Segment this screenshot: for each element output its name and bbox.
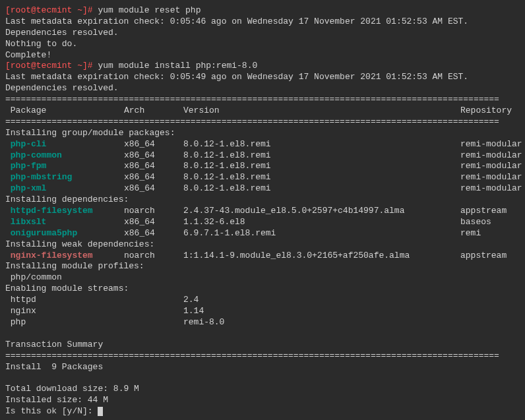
package-repo: appstream [460,206,507,217]
transaction-summary: Transaction Summary [5,340,520,351]
deps-resolved-line: Dependencies resolved. [5,28,520,39]
package-name: libxslt [5,217,124,228]
package-arch: x86_64 [124,183,183,195]
section-dependencies: Installing dependencies: [5,195,520,206]
package-row: oniguruma5phpx86_646.9.7.1-1.el8.remirem… [5,228,520,239]
confirm-text: Is this ok [y/N]: [5,406,98,416]
package-arch: x86_64 [124,139,183,150]
section-weak-deps: Installing weak dependencies: [5,239,520,251]
package-row: php-xmlx86_648.0.12-1.el8.remiremi-modul… [5,183,520,195]
prompt-line-2: [root@tecmint ~]# yum module install php… [5,61,520,72]
metadata-line-2: Last metadata expiration check: 0:05:49 … [5,72,520,83]
package-name: php-cli [5,139,124,150]
separator: ========================================… [5,351,520,362]
package-name: php-common [5,150,124,162]
header-repository: Repository [460,105,512,117]
package-version: 8.0.12-1.el8.remi [183,139,460,150]
package-row: httpd-filesystemnoarch2.4.37-43.module_e… [5,206,520,217]
package-row: libxsltx86_641.1.32-6.el8baseos [5,217,520,228]
nothing-line: Nothing to do. [5,39,520,50]
package-version: 8.0.12-1.el8.remi [183,183,460,195]
package-repo: remi-modular [460,150,522,162]
stream-name: httpd [5,295,124,306]
installed-size: Installed size: 44 M [5,395,520,406]
stream-name: nginx [5,306,124,317]
package-repo: remi [460,228,481,239]
package-version: 2.4.37-43.module_el8.5.0+2597+c4b14997.a… [183,206,460,217]
table-header: PackageArchVersionRepository [5,105,520,117]
stream-row: phpremi-8.0 [5,317,520,328]
package-version: 8.0.12-1.el8.remi [183,150,460,162]
prompt-user-host: [root@tecmint ~]# [5,61,98,71]
separator: ========================================… [5,117,520,128]
package-row: nginx-filesystemnoarch1:1.14.1-9.module_… [5,251,520,262]
section-module-profiles: Installing module profiles: [5,261,520,272]
stream-version: 2.4 [183,295,460,306]
package-row: php-commonx86_648.0.12-1.el8.remiremi-mo… [5,150,520,162]
prompt-user-host: [root@tecmint ~]# [5,5,98,15]
stream-version: remi-8.0 [183,317,460,328]
package-version: 1.1.32-6.el8 [183,217,460,228]
package-name: php-mbstring [5,172,124,183]
package-repo: remi-modular [460,139,522,150]
package-repo: appstream [460,251,507,262]
blank-line [5,328,520,340]
package-row: php-fpmx86_648.0.12-1.el8.remiremi-modul… [5,161,520,172]
separator: ========================================… [5,94,520,105]
package-name: php-xml [5,183,124,195]
package-arch: noarch [124,251,183,262]
confirm-prompt[interactable]: Is this ok [y/N]: [5,406,520,417]
package-repo: remi-modular [460,172,522,183]
package-arch: x86_64 [124,161,183,172]
package-name: oniguruma5php [5,228,124,239]
package-arch: x86_64 [124,150,183,162]
package-arch: x86_64 [124,217,183,228]
install-count: Install 9 Packages [5,362,520,373]
package-arch: x86_64 [124,228,183,239]
profile-line: php/common [5,272,520,284]
package-version: 8.0.12-1.el8.remi [183,172,460,183]
command-text: yum module install php:remi-8.0 [98,61,257,71]
package-version: 6.9.7.1-1.el8.remi [183,228,460,239]
complete-line: Complete! [5,50,520,61]
package-name: httpd-filesystem [5,206,124,217]
deps-resolved-line-2: Dependencies resolved. [5,83,520,94]
package-arch: x86_64 [124,172,183,183]
package-repo: baseos [460,217,491,228]
cursor-icon [98,407,103,416]
header-arch: Arch [124,105,183,117]
header-package: Package [5,105,124,117]
package-row: php-clix86_648.0.12-1.el8.remiremi-modul… [5,139,520,150]
prompt-line-1: [root@tecmint ~]# yum module reset php [5,5,520,16]
blank-line [5,373,520,384]
terminal-output: [root@tecmint ~]# yum module reset php L… [5,5,520,417]
stream-name: php [5,317,124,328]
command-text: yum module reset php [98,5,201,15]
package-arch: noarch [124,206,183,217]
section-enabling-streams: Enabling module streams: [5,284,520,295]
package-version: 1:1.14.1-9.module_el8.3.0+2165+af250afe.… [183,251,460,262]
package-name: php-fpm [5,161,124,172]
package-version: 8.0.12-1.el8.remi [183,161,460,172]
metadata-line: Last metadata expiration check: 0:05:46 … [5,16,520,28]
download-size: Total download size: 8.9 M [5,384,520,395]
stream-row: nginx1.14 [5,306,520,317]
package-row: php-mbstringx86_648.0.12-1.el8.remiremi-… [5,172,520,183]
package-repo: remi-modular [460,161,522,172]
stream-version: 1.14 [183,306,460,317]
section-group-packages: Installing group/module packages: [5,128,520,139]
header-version: Version [183,105,460,117]
package-repo: remi-modular [460,183,522,195]
package-name: nginx-filesystem [5,251,124,262]
stream-row: httpd2.4 [5,295,520,306]
